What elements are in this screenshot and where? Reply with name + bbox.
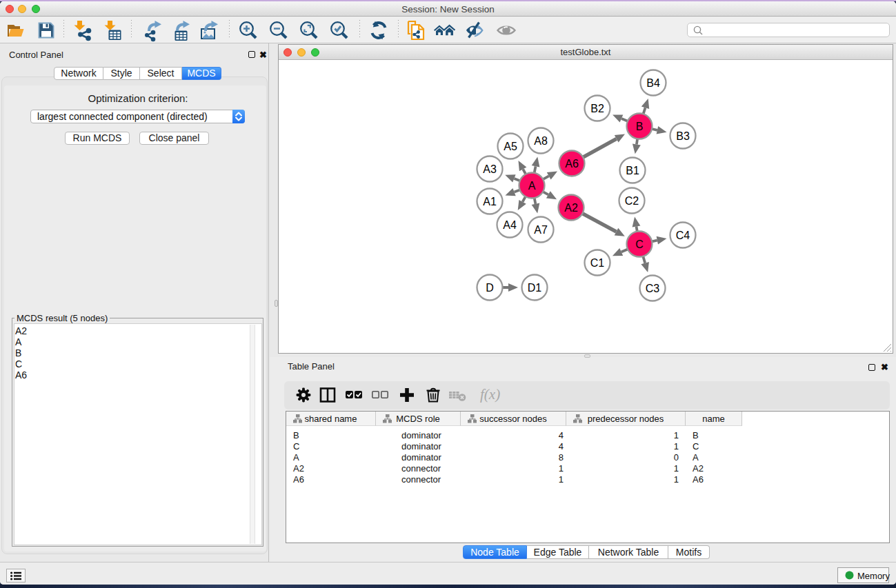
svg-text:C: C [635, 239, 644, 250]
svg-text:C4: C4 [676, 230, 690, 241]
svg-text:D1: D1 [528, 282, 542, 294]
svg-text:C3: C3 [646, 283, 660, 294]
svg-text:A2: A2 [564, 202, 578, 214]
svg-text:B4: B4 [646, 77, 660, 89]
svg-text:A4: A4 [503, 219, 517, 231]
svg-text:B3: B3 [676, 130, 690, 142]
svg-text:A8: A8 [534, 135, 548, 147]
svg-text:B2: B2 [590, 103, 604, 114]
svg-text:D: D [486, 282, 494, 294]
svg-text:C1: C1 [590, 257, 605, 269]
svg-text:C2: C2 [625, 195, 639, 207]
svg-text:A6: A6 [565, 158, 579, 170]
svg-text:A1: A1 [483, 196, 497, 207]
svg-text:f(x): f(x) [480, 386, 500, 403]
svg-text:A7: A7 [534, 224, 548, 236]
svg-text:A5: A5 [504, 141, 517, 152]
svg-text:B1: B1 [626, 165, 639, 176]
svg-text:B: B [636, 121, 644, 132]
svg-text:A3: A3 [483, 163, 497, 175]
svg-text:A: A [528, 180, 536, 192]
